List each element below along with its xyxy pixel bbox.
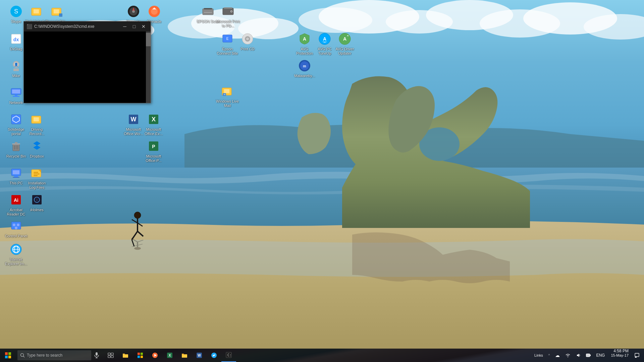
svg-point-111 [17,224,19,226]
taskbar-store-button[interactable] [133,349,148,362]
svg-point-121 [21,354,24,357]
dropbox-icon [30,139,44,153]
svg-rect-79 [34,117,39,121]
taskbar-tray-expand-button[interactable]: ^ [546,349,552,362]
svg-text:X: X [169,354,171,357]
icon-ie[interactable]: Internet Explorer Im... [3,241,30,267]
dxdiag-icon: dx [9,32,23,46]
svg-rect-139 [182,354,187,358]
taskbar-mic-button[interactable] [91,349,102,362]
svg-rect-55 [224,7,232,9]
icon-malwarebytes-label: Malwareby... [294,74,315,78]
taskbar-folder-button[interactable] [177,349,192,362]
svg-rect-50 [13,96,19,97]
taskbar-word-button[interactable]: W [192,349,207,362]
icon-ms-print-pdf-label: Microsoft Print to PD... [216,19,240,28]
svg-text:m: m [303,64,306,68]
svg-rect-52 [204,8,212,9]
svg-rect-98 [13,177,19,178]
cmd-scrollbar[interactable] [146,32,151,103]
cmd-window[interactable]: ⬛ C:\WINDOWS\system32\cmd.exe ─ □ ✕ [23,21,151,103]
icon-ms-office-excel[interactable]: X Microsoft Office-Ex... [140,111,167,137]
network-icon [9,86,23,99]
taskbar-edge-button[interactable] [207,349,221,362]
taskbar-right: Links ^ ☁ [532,349,644,362]
icon-driving-record[interactable]: Driving Record... [23,111,50,137]
svg-rect-147 [590,355,591,356]
cmd-body [24,32,151,103]
taskbar-battery-icon[interactable] [584,349,593,362]
cmd-maximize-button[interactable]: □ [130,23,139,30]
taskbar-excel-button[interactable]: X [162,349,177,362]
taskbar-action-center-button[interactable] [633,349,641,362]
print-cd-icon [241,32,254,46]
icon-malwarebytes[interactable]: m Malwareby... [291,58,318,79]
svg-text:i: i [37,198,37,202]
taskbar: Type here to search [0,349,644,362]
svg-marker-91 [34,141,40,145]
svg-text:W: W [198,354,201,357]
svg-rect-118 [8,352,11,355]
taskbar-lang-label[interactable]: ENG [594,349,607,362]
svg-rect-103 [34,175,38,176]
taskbar-volume-icon[interactable] [574,349,583,362]
avg-tuneup-icon: A [318,32,331,46]
svg-rect-35 [59,13,62,17]
svg-rect-86 [15,142,17,144]
taskbar-onedrive-icon[interactable]: ☁ [553,349,562,362]
icon-print-cd-label: Print CD [240,47,255,51]
control-panel-icon [9,219,23,233]
icon-print-cd[interactable]: Print CD [234,31,261,53]
svg-point-110 [13,224,15,226]
cmd-close-button[interactable]: ✕ [139,23,148,30]
icon-ms-print-pdf[interactable]: Microsoft Print to PD... [215,3,241,29]
svg-text:A: A [323,36,326,42]
svg-rect-73 [224,89,229,93]
icon-control-panel[interactable]: Control Panel [3,218,30,240]
svg-text:W: W [131,116,137,123]
svg-point-63 [247,39,248,40]
svg-rect-101 [34,172,38,173]
driving-record-icon [30,113,44,126]
search-box[interactable]: Type here to search [17,350,91,360]
pinnacle-stu-icon [50,5,64,18]
icon-avg-driver[interactable]: A AVG Driver Updater [331,31,358,57]
taskbar-clock[interactable]: 4:58 PM 15-May-17 [608,349,631,362]
taskbar-network-icon[interactable] [563,349,573,362]
cmd-minimize-button[interactable]: ─ [120,23,129,30]
ms-office-pub-icon: P [147,139,160,153]
svg-point-57 [231,11,232,12]
svg-rect-119 [5,356,8,358]
svg-point-16 [134,212,141,219]
svg-point-112 [15,227,17,229]
cmd-titlebar[interactable]: ⬛ C:\WINDOWS\system32\cmd.exe ─ □ ✕ [24,21,151,32]
svg-marker-92 [34,145,40,149]
mike-icon: 👤 [9,59,23,72]
svg-rect-126 [108,353,110,355]
icon-network-label: Network [9,101,23,105]
taskbar-cmd-button[interactable]: C:\ [221,349,236,362]
taskbar-media-button[interactable] [148,349,162,362]
epson-scan-icon [201,5,215,18]
icon-installation-log[interactable]: Installation Log Files [23,165,50,191]
icon-control-panel-label: Control Panel [5,234,28,238]
icon-ie-label: Internet Explorer Im... [4,257,28,266]
cmd-scrollbar-thumb[interactable] [146,33,151,46]
icon-dropbox[interactable]: Dropbox [23,138,50,160]
svg-rect-44 [13,68,19,71]
svg-rect-96 [13,170,19,174]
svg-text:E: E [226,37,229,41]
taskbar-links-label[interactable]: Links [532,349,545,362]
start-button[interactable] [0,349,16,362]
svg-marker-145 [577,354,579,357]
taskbar-task-view-button[interactable] [103,349,118,362]
icon-dropbox-label: Dropbox [30,154,44,159]
pinnacle-icon [127,5,140,18]
recycle-bin-icon [9,139,23,153]
icon-windows-live-mail[interactable]: ✉ Windows Live Mail [214,83,241,109]
taskbar-file-explorer-button[interactable] [118,349,133,362]
svg-text:✉: ✉ [224,94,225,96]
icon-holmes[interactable]: i iHolmes [23,192,50,214]
svg-rect-102 [34,174,40,174]
icon-ms-office-pub[interactable]: P Microsoft Office-P... [140,138,167,164]
